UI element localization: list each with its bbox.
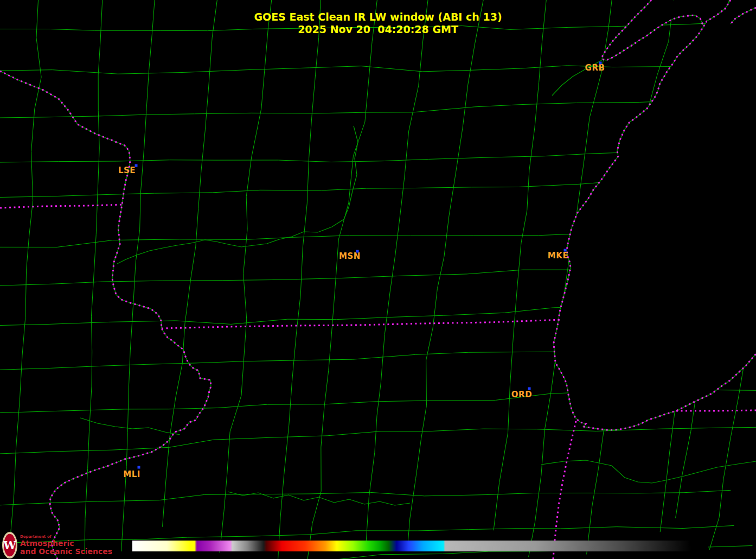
county-line-v [220,0,272,552]
aos-logo: W Department of Atmospheric and Oceanic … [2,530,132,559]
station-label-lse: LSE [118,166,136,175]
mi-in-border-boundary [676,410,756,411]
station-dot-msn [356,250,359,253]
county-line-h [0,427,756,454]
lake-michigan-fill [554,0,756,430]
station-label-msn: MSN [339,251,361,261]
title-line2: 2025 Nov 20 04:20:28 GMT [298,23,458,35]
uw-crest-icon: W [2,531,18,559]
logo-name-line1: Atmospheric [20,539,74,547]
color-scale-bar [132,541,708,551]
satellite-map-image [0,0,756,559]
station-label-mke: MKE [548,251,568,261]
logo-name-line2: and Oceanic Sciences [20,548,112,555]
county-line-v [163,0,218,527]
wisconsin-river [117,126,358,264]
logo-dept-text: Department of [20,535,52,539]
station-label-grb: GRB [585,63,605,73]
svg-text:W: W [3,538,16,552]
station-dot-mli [138,466,140,469]
satellite-viewer-screen: GOES East Clean IR LW window (ABI ch 13)… [0,0,756,559]
kankakee-river [541,460,756,483]
county-line-v [85,0,102,553]
county-line-v [494,0,547,530]
county-line-v [307,0,378,559]
county-line-h [0,65,725,74]
wi-il-border-boundary [162,320,562,328]
il-in-border-boundary [553,421,576,559]
station-label-mli: MLI [123,469,140,479]
county-line-h [0,490,731,505]
title-line1: GOES East Clean IR LW window (ABI ch 13) [254,11,502,23]
image-title: GOES East Clean IR LW window (ABI ch 13)… [0,11,756,36]
station-dot-lse [135,164,138,167]
wapsi-river [80,418,180,435]
station-dot-grb [599,62,602,65]
station-dot-mke [564,249,567,252]
mn-ia-border-boundary [0,205,123,208]
station-label-ord: ORD [511,390,532,399]
county-line-v [121,0,155,551]
county-line-v [366,0,429,544]
station-dot-ord [528,388,531,390]
